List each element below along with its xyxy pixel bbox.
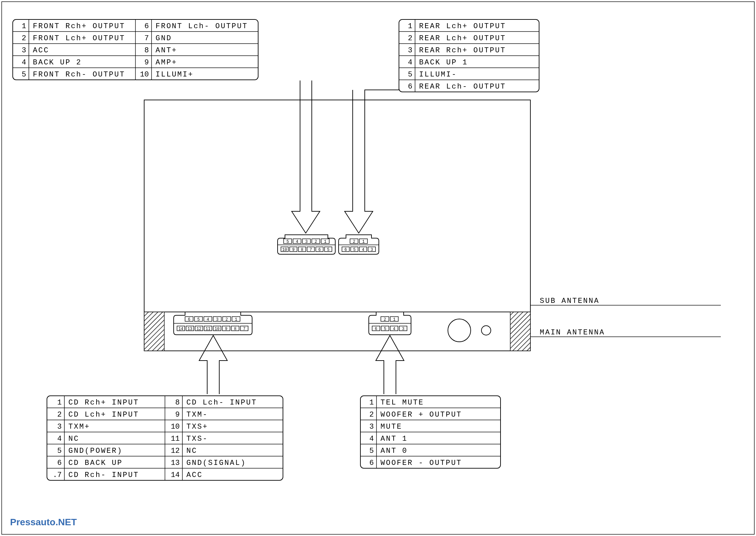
pin-number: 5 bbox=[57, 447, 62, 455]
pin-number: 2 bbox=[314, 239, 317, 244]
pin-number: 7 bbox=[243, 327, 245, 331]
pin-number: 2 bbox=[384, 317, 386, 322]
pin-label: MUTE bbox=[381, 423, 402, 431]
pin-label: CD Rch+ INPUT bbox=[68, 398, 139, 407]
pin-number: 5 bbox=[369, 447, 374, 455]
pin-label: WOOFER + OUTPUT bbox=[381, 411, 462, 419]
antenna-labels: SUB ANTENNA MAIN ANTENNA bbox=[530, 297, 721, 337]
pin-number: 6 bbox=[57, 459, 62, 467]
pin-number: 9 bbox=[144, 58, 149, 67]
pin-number: 14 bbox=[171, 471, 180, 479]
plug-top-left: 543211098765 bbox=[278, 235, 335, 254]
pin-label: REAR Lch+ OUTPUT bbox=[419, 22, 506, 31]
pin-number: 2 bbox=[225, 317, 228, 322]
arrow-top-right bbox=[345, 28, 399, 233]
pin-number: 3 bbox=[22, 46, 26, 55]
pin-number: 4 bbox=[296, 239, 298, 244]
pin-label: GND bbox=[156, 34, 172, 43]
pin-number: 13 bbox=[187, 327, 192, 331]
pin-number: 2 bbox=[369, 411, 374, 419]
pin-number: 6 bbox=[318, 248, 321, 252]
pin-number: 4 bbox=[362, 248, 364, 252]
pin-label: CD Rch- INPUT bbox=[68, 471, 139, 479]
pin-label: NC bbox=[186, 447, 197, 455]
pin-number: 4 bbox=[57, 435, 62, 443]
pin-label: NC bbox=[68, 435, 79, 443]
pin-number: 5 bbox=[22, 70, 26, 79]
pin-number: 10 bbox=[171, 423, 180, 431]
pin-number: 6 bbox=[375, 327, 377, 331]
head-unit-body bbox=[144, 100, 530, 351]
pin-label: ACC bbox=[33, 46, 49, 55]
svg-point-7 bbox=[448, 319, 471, 342]
svg-rect-3 bbox=[144, 100, 530, 351]
pin-label: FRONT Rch- OUTPUT bbox=[33, 70, 125, 79]
pin-label: TXS+ bbox=[186, 423, 208, 431]
pin-number: 3 bbox=[370, 248, 373, 252]
pin-number: 12 bbox=[196, 327, 201, 331]
pin-label: AMP+ bbox=[156, 58, 177, 67]
pin-number: 4 bbox=[393, 327, 395, 331]
pin-number: 1 bbox=[324, 239, 326, 244]
pin-number: 3 bbox=[57, 423, 62, 431]
pin-number: 6 bbox=[408, 83, 412, 91]
pin-number: 1 bbox=[393, 317, 395, 322]
pin-label: ANT 0 bbox=[381, 447, 408, 455]
pin-number: 5 bbox=[197, 317, 199, 322]
arrow-bot-right bbox=[376, 335, 404, 394]
pin-label: ANT+ bbox=[156, 46, 177, 55]
pin-number: 1 bbox=[408, 22, 412, 31]
pin-number: 2 bbox=[408, 34, 412, 43]
pin-label: FRONT Lch- OUTPUT bbox=[156, 22, 248, 31]
pin-number: 3 bbox=[305, 239, 307, 244]
pin-number: 3 bbox=[369, 423, 374, 431]
pin-number: 5 bbox=[408, 70, 412, 79]
pin-label: ANT 1 bbox=[381, 435, 408, 443]
pin-number: 10 bbox=[215, 327, 219, 331]
plug-top-right: 216543 bbox=[339, 235, 379, 254]
pin-number: 4 bbox=[22, 58, 26, 67]
svg-rect-5 bbox=[144, 312, 164, 351]
pin-label: CD Lch+ INPUT bbox=[68, 411, 139, 419]
pin-number: 3 bbox=[408, 46, 412, 55]
pin-number: 7 bbox=[309, 248, 312, 252]
pin-number: 6 bbox=[369, 459, 374, 467]
svg-point-8 bbox=[481, 326, 491, 335]
pin-label: CD BACK UP bbox=[68, 459, 123, 467]
pin-number: 3 bbox=[402, 327, 404, 331]
pin-label: GND(SIGNAL) bbox=[186, 459, 246, 467]
pin-number: 1 bbox=[362, 239, 364, 244]
pin-number: 1 bbox=[57, 398, 62, 407]
pin-number: 6 bbox=[344, 248, 347, 252]
pin-number: 14 bbox=[178, 327, 183, 331]
pin-number: 10 bbox=[282, 248, 287, 252]
pin-number: 11 bbox=[206, 327, 210, 331]
pin-number: 8 bbox=[234, 327, 236, 331]
pin-number: 1 bbox=[22, 22, 26, 31]
arrow-top-left bbox=[292, 81, 320, 233]
pin-number: 5 bbox=[353, 248, 355, 252]
pin-number: 1 bbox=[369, 398, 374, 407]
pin-label: REAR Rch+ OUTPUT bbox=[419, 46, 506, 55]
pin-number: 4 bbox=[207, 317, 209, 322]
pin-number: 6 bbox=[144, 22, 149, 31]
pin-number: .7 bbox=[53, 471, 62, 479]
pin-number: 8 bbox=[301, 248, 303, 252]
pin-label: TEL MUTE bbox=[381, 398, 424, 407]
table-top-left: 1FRONT Rch+ OUTPUT2FRONT Lch+ OUTPUT3ACC… bbox=[13, 19, 258, 80]
pin-number: 5 bbox=[286, 239, 289, 244]
arrow-bot-left bbox=[199, 335, 227, 394]
pin-number: 11 bbox=[171, 435, 180, 443]
table-bot-left: 1CD Rch+ INPUT2CD Lch+ INPUT3TXM+4NC5GND… bbox=[47, 396, 283, 480]
table-bot-right: 1TEL MUTE2WOOFER + OUTPUT3MUTE4ANT 15ANT… bbox=[360, 396, 501, 468]
pin-label: TXM- bbox=[186, 411, 208, 419]
pin-label: CD Lch- INPUT bbox=[186, 398, 257, 407]
pin-label: ILLUMI+ bbox=[156, 70, 193, 79]
pin-label: TXM+ bbox=[68, 423, 90, 431]
svg-rect-6 bbox=[510, 312, 530, 351]
pin-number: 7 bbox=[144, 34, 149, 43]
pin-number: 10 bbox=[140, 70, 149, 79]
pin-label: ACC bbox=[186, 471, 203, 479]
pin-number: 5 bbox=[384, 327, 386, 331]
pin-number: 4 bbox=[369, 435, 374, 443]
